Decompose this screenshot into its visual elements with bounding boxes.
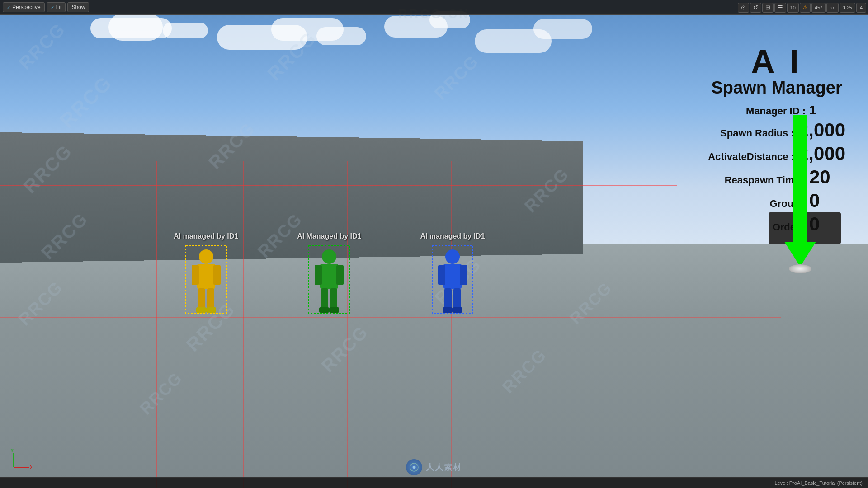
svg-rect-21	[438, 265, 445, 285]
svg-rect-20	[443, 264, 462, 289]
grid-v2	[156, 161, 157, 488]
svg-rect-6	[207, 288, 214, 309]
rt-icon2[interactable]: ↺	[750, 3, 761, 13]
svg-text:Y: Y	[10, 449, 14, 453]
lit-button[interactable]: ✓ Lit	[47, 2, 66, 12]
arrow-shaft	[793, 115, 807, 242]
right-toolbar: ⊙ ↺ ⊞ ☰ 10 ⚠ 45° ↔ 0.25 4	[736, 0, 868, 15]
grid-v5	[451, 161, 452, 488]
yellow-char-label: AI managed by ID1	[174, 232, 238, 240]
grid-v7	[651, 161, 651, 488]
show-label: Show	[71, 4, 85, 10]
rt-value3[interactable]: 4	[856, 3, 866, 13]
svg-rect-12	[315, 265, 322, 285]
status-right: Level: ProAI_Basic_Tutorial (Persistent)	[774, 480, 863, 486]
svg-rect-5	[198, 288, 205, 309]
arrow-base	[789, 264, 811, 273]
svg-point-1	[199, 249, 213, 264]
svg-point-10	[322, 249, 336, 264]
rt-icon1[interactable]: ⊙	[738, 3, 749, 13]
grid-h3	[0, 317, 781, 318]
logo-text: 人人素材	[426, 462, 462, 473]
svg-rect-26	[453, 307, 462, 313]
green-char-label: AI Managed by ID1	[297, 232, 361, 240]
characters-area: AI managed by ID1	[174, 232, 485, 317]
order-row: Order : 0	[708, 213, 845, 235]
cloud	[108, 14, 163, 41]
svg-rect-13	[336, 265, 344, 285]
svg-rect-17	[329, 307, 339, 313]
manager-id-row: Manager ID : 1	[708, 103, 845, 117]
grid-h1	[0, 185, 677, 186]
perspective-button[interactable]: ✓ Perspective	[3, 2, 45, 12]
check-icon2: ✓	[51, 5, 54, 10]
rt-icon3[interactable]: ⊞	[762, 3, 774, 13]
green-arrow	[784, 115, 816, 273]
show-button[interactable]: Show	[67, 2, 89, 12]
yellow-character	[184, 243, 229, 317]
grid-y1	[0, 181, 521, 181]
check-icon: ✓	[7, 5, 10, 10]
yellow-character-wrapper: AI managed by ID1	[174, 232, 238, 317]
spawn-radius-label: Spawn Radius :	[720, 127, 794, 139]
arrow-head	[784, 242, 816, 267]
viewport: RRCG RRCG RRCG RRCG RRCG RRCG RRCG RRCG …	[0, 0, 868, 488]
ai-spawn-panel: A I Spawn Manager Manager ID : 1 Spawn R…	[708, 45, 845, 237]
spawn-radius-row: Spawn Radius : 2,000	[708, 119, 845, 141]
cloud	[533, 19, 592, 39]
rt-icon4[interactable]: ☰	[774, 3, 786, 13]
svg-rect-15	[330, 288, 337, 309]
svg-rect-25	[443, 307, 453, 313]
svg-point-19	[445, 249, 460, 264]
bottom-logo: 人人素材	[406, 459, 462, 475]
panel-title-spawn: Spawn Manager	[708, 78, 845, 99]
grid-h4	[0, 366, 825, 366]
svg-rect-8	[206, 307, 216, 313]
svg-rect-16	[319, 307, 329, 313]
svg-rect-2	[197, 264, 215, 289]
grid-v1	[70, 161, 70, 488]
axis-indicator: X Y	[9, 449, 32, 474]
blue-character	[430, 243, 475, 317]
blue-char-label: AI managed by ID1	[420, 232, 485, 240]
svg-rect-24	[453, 288, 461, 309]
svg-rect-4	[213, 265, 221, 285]
svg-rect-22	[460, 265, 467, 285]
green-character	[307, 243, 352, 317]
blue-character-wrapper: AI managed by ID1	[420, 232, 485, 317]
activate-distance-row: ActivateDistance : 2,000	[708, 143, 845, 164]
cloud	[316, 27, 366, 45]
rt-value2[interactable]: 0.25	[840, 3, 855, 13]
svg-rect-7	[196, 307, 206, 313]
svg-rect-14	[321, 288, 328, 309]
svg-point-32	[413, 466, 415, 469]
lit-label: Lit	[56, 4, 62, 10]
svg-rect-23	[444, 288, 452, 309]
activate-distance-label: ActivateDistance :	[708, 151, 794, 163]
grid-v3	[243, 161, 244, 488]
green-character-wrapper: AI Managed by ID1	[297, 232, 361, 317]
perspective-label: Perspective	[12, 4, 41, 10]
panel-title-ai: A I	[708, 45, 845, 78]
group-row: Group : 0	[708, 190, 845, 211]
rt-angle[interactable]: 45°	[811, 3, 826, 13]
rt-warning[interactable]: ⚠	[800, 3, 811, 13]
logo-icon	[406, 459, 422, 475]
svg-text:X: X	[30, 465, 32, 470]
rt-value1[interactable]: 10	[787, 3, 799, 13]
svg-rect-11	[320, 264, 338, 289]
grid-v6	[556, 161, 556, 488]
reaspawn-time-row: Reaspawn Time : 20	[708, 166, 845, 188]
svg-rect-3	[192, 265, 199, 285]
cloud	[163, 23, 208, 38]
grid-v4	[347, 161, 348, 488]
status-bar: Level: ProAI_Basic_Tutorial (Persistent)	[0, 477, 868, 488]
rt-icon5[interactable]: ↔	[826, 3, 839, 13]
